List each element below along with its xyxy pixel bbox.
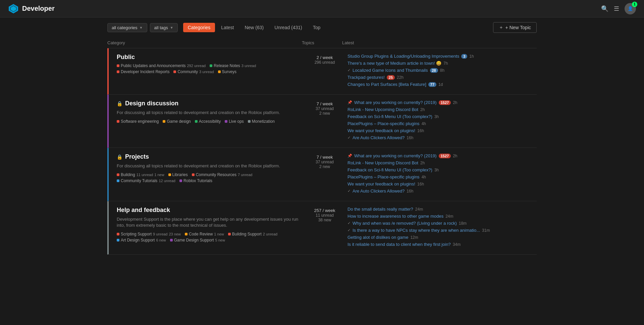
subcategory-link[interactable]: Community Tutorials — [121, 178, 157, 183]
topic-link[interactable]: PlacePlugins – Place-specific plugins — [347, 174, 420, 179]
topic-time: 16h — [417, 182, 424, 186]
subcategory-item: Monetization — [248, 119, 275, 124]
category-row: 🔒 Design discussion For discussing all t… — [107, 95, 537, 148]
subcat-new: 6 new — [156, 238, 166, 242]
topic-link[interactable]: Changes to Part Surfaces [Beta Feature] — [347, 82, 426, 87]
subcat-new: 1 new — [214, 232, 224, 236]
topic-link[interactable]: Is there a way to have NPCs stay where t… — [353, 228, 480, 233]
subcategory-link[interactable]: Scripting Support — [121, 232, 152, 236]
filter-categories[interactable]: all categories ▼ — [107, 23, 147, 32]
category-link[interactable]: Help and feedback — [117, 207, 170, 214]
tab-categories[interactable]: Categories — [183, 23, 215, 32]
subcategory-link[interactable]: Game Design Support — [174, 238, 214, 242]
category-link[interactable]: Public — [117, 54, 135, 61]
topic-link[interactable]: Why and when was /e removed? (Living und… — [353, 221, 457, 226]
stat-unread: 11 unread — [305, 213, 345, 218]
subcategory-link[interactable]: Code Review — [189, 232, 213, 236]
category-stats: 7 / week 37 unread 2 new — [305, 100, 345, 116]
topic-item: RoLink - New Upcoming Discord Bot 2h — [347, 107, 537, 112]
topic-link[interactable]: Feedback on Sci-fi Menu UI (Too complex?… — [347, 167, 432, 172]
category-topics: Studio Group Plugins & Loading/Unloading… — [345, 54, 537, 89]
category-subcategories: Public Updates and Announcements 292 unr… — [117, 63, 299, 74]
subcategory-link[interactable]: Art Design Support — [121, 238, 155, 242]
category-link[interactable]: Projects — [125, 153, 149, 160]
topic-link[interactable]: Is it reliable to send data to client wh… — [347, 242, 451, 247]
topic-item: ✓ Why and when was /e removed? (Living u… — [347, 221, 537, 226]
topic-link[interactable]: There's a new type of Medium article in … — [347, 61, 441, 66]
subcat-color-dot — [117, 239, 119, 241]
topic-link[interactable]: Studio Group Plugins & Loading/Unloading… — [347, 54, 459, 59]
subcategory-item: Scripting Support 9 unread23 new — [117, 232, 181, 236]
subcategory-link[interactable]: Building — [121, 172, 135, 177]
topic-link[interactable]: RoLink - New Upcoming Discord Bot — [347, 107, 418, 112]
solved-icon: ✓ — [347, 221, 351, 225]
topic-item: RoLink - New Upcoming Discord Bot 2h — [347, 160, 537, 165]
topic-link[interactable]: Do the small details really matter? — [347, 207, 413, 212]
topic-link[interactable]: RoLink - New Upcoming Discord Bot — [347, 160, 418, 165]
topic-link[interactable]: Getting alot of dislikes on game — [347, 235, 408, 240]
category-left: Public Public Updates and Announcements … — [113, 54, 305, 74]
topic-item: Changes to Part Surfaces [Beta Feature] … — [347, 82, 537, 87]
subcat-unread: 3 unread — [199, 70, 214, 74]
tab-unread[interactable]: Unread (431) — [270, 23, 307, 32]
topic-item: How to increase awareness to other game … — [347, 214, 537, 219]
topic-time: 4h — [422, 175, 426, 179]
topic-link[interactable]: Trackpad gestures! — [347, 75, 385, 80]
subcategory-link[interactable]: Developer Incident Reports — [121, 69, 169, 74]
subcategory-link[interactable]: Surveys — [222, 69, 236, 74]
category-subcategories: Software engineering Game design Accessi… — [117, 119, 299, 124]
category-left: Help and feedback Development Support is… — [113, 207, 305, 242]
avatar-wrap[interactable]: 👤 1 — [625, 3, 636, 14]
subcategory-link[interactable]: Game design — [167, 119, 191, 124]
stat-unread: 37 unread — [305, 106, 345, 111]
subcategory-link[interactable]: Roblox Tutorials — [183, 178, 212, 183]
main-content: Category Topics Latest Public Public Upd… — [0, 38, 644, 255]
category-description: For discussing all topics related to dev… — [117, 110, 299, 116]
table-header: Category Topics Latest — [107, 38, 537, 48]
subcategory-link[interactable]: Live ops — [229, 119, 244, 124]
subcategory-link[interactable]: Community — [177, 69, 198, 74]
subcategory-link[interactable]: Software engineering — [121, 119, 159, 124]
topic-item: We want your feedback on plugins! 16h — [347, 181, 537, 186]
subcat-color-dot — [192, 173, 195, 176]
subcat-color-dot — [248, 120, 251, 123]
subcategory-link[interactable]: Monetization — [252, 119, 275, 124]
tab-latest[interactable]: Latest — [216, 23, 238, 32]
topic-link[interactable]: What are you working on currently? (2019… — [354, 153, 437, 158]
pin-icon: 📌 — [347, 100, 352, 105]
category-left: 🔒 Projects For discussing all topics rel… — [113, 153, 305, 183]
new-topic-button[interactable]: ＋ + New Topic — [493, 22, 537, 33]
subcategory-link[interactable]: Public Updates and Announcements — [121, 63, 185, 68]
stat-per-week: 7 / week — [305, 155, 345, 160]
topic-link[interactable]: Are Auto Clickers Allowed? — [353, 135, 405, 140]
subcategory-link[interactable]: Building Support — [232, 232, 262, 236]
category-link[interactable]: Design discussion — [125, 100, 178, 107]
topic-time: 34m — [453, 242, 461, 247]
topic-link[interactable]: What are you working on currently? (2019… — [354, 100, 437, 105]
topic-link[interactable]: We want your feedback on plugins! — [347, 181, 415, 186]
subcat-color-dot — [170, 239, 173, 241]
tab-new[interactable]: New (63) — [240, 23, 268, 32]
topic-link[interactable]: Feedback on Sci-fi Menu UI (Too complex?… — [347, 114, 432, 119]
tab-top[interactable]: Top — [308, 23, 325, 32]
topic-link[interactable]: Localized Game Icons and Thumbnails — [353, 68, 428, 73]
category-subcategories: Scripting Support 9 unread23 new Code Re… — [117, 232, 299, 242]
stat-per-week: 7 / week — [305, 101, 345, 106]
stat-per-week: 2 / week — [305, 55, 345, 60]
topic-link[interactable]: PlacePlugins – Place-specific plugins — [347, 121, 420, 126]
subcategory-link[interactable]: Accessibility — [199, 119, 221, 124]
topic-link[interactable]: How to increase awareness to other game … — [347, 214, 443, 219]
menu-icon[interactable]: ☰ — [614, 5, 619, 12]
search-icon[interactable]: 🔍 — [601, 5, 608, 12]
subcategory-link[interactable]: Release Notes — [214, 63, 240, 68]
topic-link[interactable]: We want your feedback on plugins! — [347, 128, 415, 133]
filter-tags[interactable]: all tags ▼ — [150, 23, 178, 32]
topic-link[interactable]: Are Auto Clickers Allowed? — [353, 188, 405, 194]
category-description: Development Support is the place where y… — [117, 216, 299, 228]
subcategory-link[interactable]: Libraries — [172, 172, 188, 177]
topic-item: PlacePlugins – Place-specific plugins 4h — [347, 174, 537, 179]
topic-time: 4h — [422, 121, 426, 126]
subcat-unread: 9 unread — [153, 232, 167, 236]
subcategory-link[interactable]: Community Resources — [196, 172, 236, 177]
category-topics: 📌 What are you working on currently? (20… — [345, 153, 537, 196]
